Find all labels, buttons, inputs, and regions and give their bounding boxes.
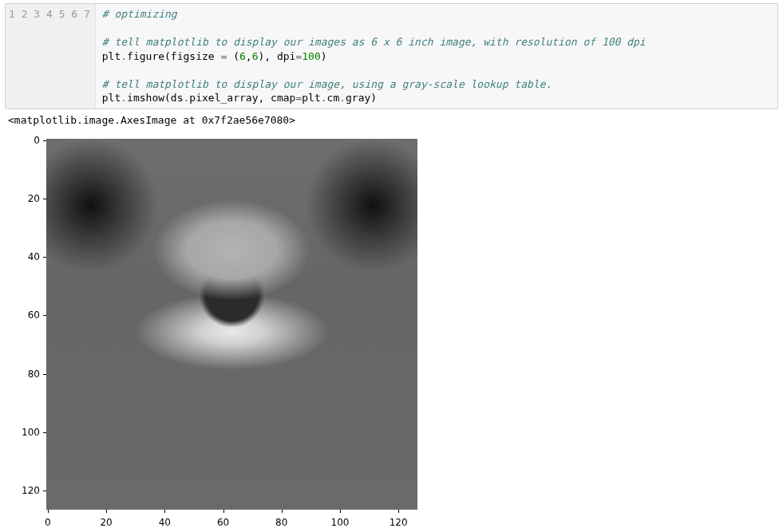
x-axis: 020406080100120 [46,512,417,532]
code-token: 6 [239,50,246,62]
code-token: ) [321,50,327,62]
x-tick-label: 0 [45,517,51,528]
plot-output: 020406080100120 020406080100120 [8,134,439,532]
x-tick-mark [398,510,399,513]
cell-output-text: <matplotlib.image.AxesImage at 0x7f2ae56… [0,112,783,134]
code-token: plt [302,92,320,104]
y-tick-label: 40 [28,251,40,262]
code-area[interactable]: # optimizing # tell matplotlib to displa… [96,4,777,108]
code-token: imshow(ds [127,92,183,104]
line-number: 2 [22,8,28,20]
x-tick-label: 100 [331,517,350,528]
code-token: plt [102,50,121,62]
x-tick-label: 80 [275,517,287,528]
x-tick-mark [340,510,341,513]
y-tick-label: 80 [28,368,40,380]
code-cell[interactable]: 1 2 3 4 5 6 7 # optimizing # tell matplo… [5,3,778,109]
x-tick-mark [223,510,224,513]
code-gutter: 1 2 3 4 5 6 7 [6,4,96,108]
line-number: 1 [9,8,15,20]
line-number: 6 [71,8,77,20]
x-tick-label: 60 [217,517,229,528]
code-token: gray) [346,92,377,104]
code-comment: # optimizing [102,8,177,20]
code-token: . [121,50,127,62]
y-tick-label: 120 [22,485,40,496]
code-token: . [121,92,127,104]
y-tick-mark [43,257,46,258]
code-comment: # tell matplotlib to display our image, … [102,78,552,90]
y-axis: 020406080100120 [8,139,43,510]
x-tick-mark [282,510,283,513]
y-tick-mark [43,432,46,433]
x-tick-label: 120 [390,517,408,528]
code-token: . [339,92,346,104]
y-tick-label: 0 [34,135,40,146]
y-tick-label: 20 [28,193,40,204]
y-tick-mark [43,491,46,491]
y-tick-mark [43,374,46,375]
code-token: cm [327,92,340,104]
line-number: 7 [84,8,90,20]
code-token: . [321,92,327,104]
y-tick-mark [43,199,46,199]
line-number: 3 [34,8,40,20]
x-tick-mark [106,510,107,513]
code-token: ( [227,50,239,62]
code-token: , [246,50,252,62]
plot-axes [46,139,417,510]
y-tick-label: 100 [22,427,40,438]
code-comment: # tell matplotlib to display our images … [102,36,646,48]
x-tick-label: 40 [159,517,171,528]
code-token: ), dpi [258,50,295,62]
line-number: 5 [59,8,65,20]
code-token: 100 [302,50,320,62]
code-token: pixel_array, cmap [189,92,295,104]
x-tick-label: 20 [100,517,112,528]
code-token: figure(figsize [127,50,220,62]
x-tick-mark [164,510,165,513]
x-tick-mark [48,510,49,513]
y-tick-label: 60 [28,309,40,321]
code-token: plt [102,92,121,104]
y-tick-mark [43,315,46,316]
line-number: 4 [46,8,53,20]
plot-image [46,139,417,510]
y-tick-mark [43,140,46,141]
